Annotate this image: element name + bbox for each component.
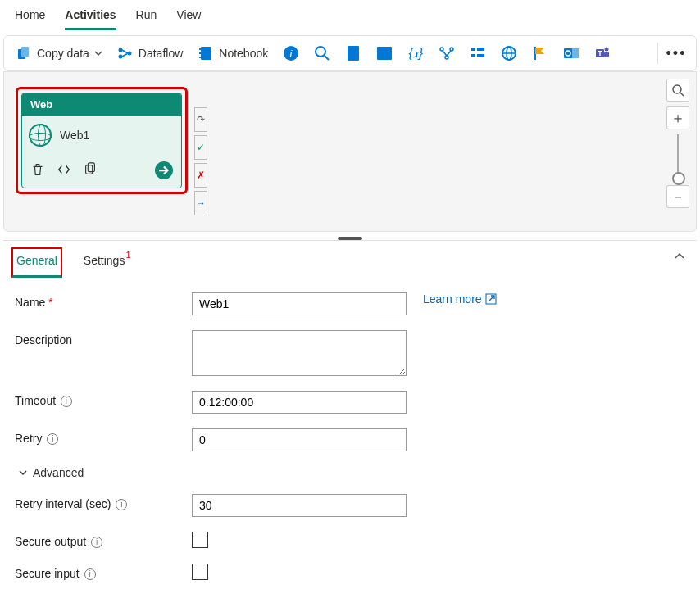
outlook-icon[interactable] (563, 45, 580, 61)
retry-label: Retry i (15, 428, 179, 446)
task-icon[interactable] (470, 45, 486, 61)
tab-activities[interactable]: Activities (65, 5, 116, 30)
svg-rect-6 (199, 48, 202, 50)
info-icon[interactable]: i (61, 396, 72, 407)
copy-data-label: Copy data (37, 47, 89, 60)
description-input[interactable] (192, 330, 407, 376)
info-icon[interactable]: i (91, 537, 102, 548)
info-icon[interactable]: i (283, 45, 299, 61)
collapse-panel-icon[interactable] (674, 251, 685, 265)
svg-point-36 (605, 48, 609, 52)
web-activity-node[interactable]: Web Web1 (21, 93, 182, 188)
connector-completion[interactable]: → (194, 191, 207, 215)
info-icon[interactable]: i (84, 568, 96, 580)
info-icon[interactable]: i (116, 499, 127, 510)
timeout-input[interactable] (192, 391, 407, 414)
search-icon[interactable] (314, 45, 330, 61)
pipeline-canvas[interactable]: Web Web1 ↷ ✓ ✗ → ＋ － (3, 71, 697, 232)
variable-icon[interactable]: {𝑥} (407, 45, 424, 61)
secure-input-label: Secure input i (15, 564, 179, 581)
notebook-button[interactable]: Notebook (198, 45, 268, 61)
connector-retry[interactable]: ↷ (194, 107, 207, 132)
svg-rect-27 (477, 54, 484, 57)
info-icon[interactable]: i (47, 433, 58, 445)
description-label: Description (15, 330, 179, 347)
toolbar: Copy data Dataflow Notebook i {𝑥} T ••• (3, 35, 697, 71)
web-globe-icon (29, 124, 52, 147)
chevron-down-icon (18, 468, 28, 478)
retry-interval-label: Retry interval (sec) i (15, 494, 179, 511)
tab-general[interactable]: General (11, 247, 62, 278)
svg-rect-13 (348, 46, 359, 61)
secure-output-checkbox[interactable] (192, 532, 208, 548)
chevron-down-icon (94, 49, 102, 57)
flag-icon[interactable] (532, 45, 548, 61)
tab-home[interactable]: Home (15, 5, 45, 30)
svg-text:T: T (598, 49, 602, 57)
toolbar-separator (657, 43, 658, 64)
name-label: Name * (15, 292, 179, 309)
dataflow-button[interactable]: Dataflow (117, 45, 183, 61)
svg-rect-37 (604, 52, 609, 57)
svg-rect-26 (477, 48, 484, 51)
teams-icon[interactable]: T (594, 45, 611, 61)
branch-icon[interactable] (439, 45, 455, 61)
svg-rect-8 (199, 57, 202, 58)
globe-icon[interactable] (501, 45, 517, 61)
node-type-label: Web (22, 93, 181, 116)
secure-output-label: Secure output i (15, 532, 179, 549)
svg-point-3 (118, 55, 122, 59)
svg-rect-24 (471, 48, 475, 51)
zoom-slider[interactable] (677, 134, 679, 180)
svg-rect-15 (349, 52, 357, 53)
script-icon[interactable] (345, 45, 361, 61)
tab-settings[interactable]: Settings1 (79, 247, 135, 278)
delete-icon[interactable] (30, 162, 45, 179)
node-title: Web1 (60, 129, 89, 142)
svg-point-21 (440, 48, 443, 51)
overflow-button[interactable]: ••• (668, 45, 684, 61)
run-icon[interactable] (155, 161, 173, 179)
learn-more-link[interactable]: Learn more (423, 292, 497, 306)
svg-point-40 (673, 85, 681, 93)
svg-rect-16 (349, 55, 355, 57)
svg-point-4 (127, 52, 131, 56)
list-icon[interactable] (376, 45, 393, 61)
svg-line-12 (325, 56, 329, 60)
advanced-toggle[interactable]: Advanced (15, 466, 685, 479)
svg-rect-25 (471, 54, 475, 57)
secure-input-checkbox[interactable] (192, 564, 208, 580)
connector-success[interactable]: ✓ (194, 135, 207, 160)
dataflow-label: Dataflow (139, 47, 183, 60)
svg-point-11 (316, 47, 325, 57)
zoom-in-button[interactable]: ＋ (666, 106, 689, 129)
copy-icon[interactable] (83, 162, 98, 179)
zoom-out-button[interactable]: － (666, 185, 689, 208)
svg-rect-1 (21, 47, 29, 57)
svg-rect-38 (86, 165, 93, 174)
retry-interval-input[interactable] (192, 494, 407, 517)
fit-icon[interactable] (666, 79, 689, 102)
menubar: Home Activities Run View (0, 0, 700, 30)
svg-rect-5 (201, 47, 211, 60)
tab-settings-label: Settings (84, 254, 125, 267)
connector-failure[interactable]: ✗ (194, 163, 207, 188)
tab-view[interactable]: View (176, 5, 201, 30)
svg-rect-18 (379, 49, 390, 51)
advanced-label: Advanced (33, 466, 84, 479)
properties-panel: General Settings1 Name * Learn more Desc… (3, 240, 697, 581)
general-form: Name * Learn more Description Timeout i … (3, 278, 697, 581)
node-connectors: ↷ ✓ ✗ → (194, 107, 207, 215)
selection-highlight: Web Web1 ↷ ✓ ✗ → (16, 87, 188, 194)
svg-rect-39 (88, 162, 94, 171)
tab-run[interactable]: Run (136, 5, 157, 30)
settings-badge: 1 (125, 250, 130, 260)
code-icon[interactable] (57, 162, 71, 179)
svg-rect-7 (199, 52, 202, 54)
name-input[interactable] (192, 292, 407, 315)
retry-input[interactable] (192, 428, 407, 451)
timeout-label: Timeout i (15, 391, 179, 408)
svg-rect-19 (379, 52, 390, 54)
svg-point-2 (118, 48, 122, 52)
copy-data-button[interactable]: Copy data (16, 45, 102, 61)
